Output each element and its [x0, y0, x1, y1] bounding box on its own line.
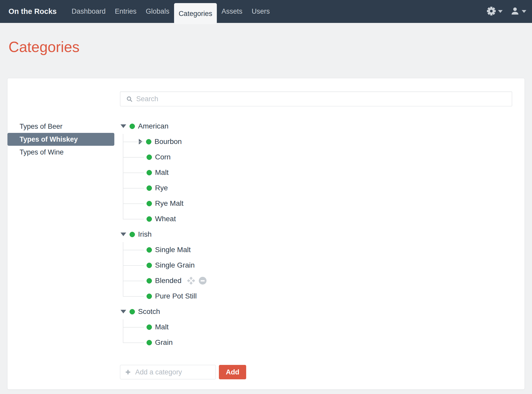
category-row-wheat[interactable]: Wheat [123, 211, 512, 227]
status-enabled-icon [147, 294, 152, 299]
tree-children: MaltGrain [123, 319, 512, 350]
search-box [120, 91, 512, 106]
collapse-triangle-icon[interactable] [121, 310, 126, 313]
category-row-scotch[interactable]: Scotch [120, 304, 512, 319]
add-category-row: Add [120, 365, 512, 379]
move-icon[interactable] [187, 276, 195, 285]
tree-group-irish: IrishSingle MaltSingle GrainBlendedPure … [120, 227, 512, 304]
settings-menu[interactable] [487, 6, 503, 17]
sidebar-item-types-of-beer[interactable]: Types of Beer [7, 120, 114, 133]
group-sidebar: Types of BeerTypes of WhiskeyTypes of Wi… [7, 78, 120, 389]
status-enabled-icon [147, 340, 152, 345]
nav-item-users[interactable]: Users [247, 0, 274, 23]
collapse-triangle-icon[interactable] [121, 124, 126, 128]
nav-item-entries[interactable]: Entries [110, 0, 141, 23]
nav-item-globals[interactable]: Globals [141, 0, 174, 23]
page-title: Categories [0, 23, 532, 55]
nav-item-dashboard[interactable]: Dashboard [67, 0, 110, 23]
status-enabled-icon [146, 139, 151, 144]
collapse-triangle-icon[interactable] [121, 233, 126, 236]
account-menu[interactable] [510, 6, 526, 17]
chevron-down-icon [522, 10, 526, 13]
status-enabled-icon [147, 185, 152, 191]
add-category-field [120, 365, 216, 379]
add-button[interactable]: Add [219, 365, 246, 379]
tree-children: Single MaltSingle GrainBlendedPure Pot S… [123, 242, 512, 304]
row-hover-actions [187, 276, 207, 285]
category-row-single-grain[interactable]: Single Grain [123, 258, 512, 273]
category-row-pure-pot-still[interactable]: Pure Pot Still [123, 288, 512, 304]
category-row-corn[interactable]: Corn [123, 149, 512, 165]
top-nav: On the Rocks DashboardEntriesGlobalsCate… [0, 0, 532, 23]
status-enabled-icon [147, 278, 152, 284]
status-enabled-icon [147, 216, 152, 222]
search-icon [126, 96, 133, 102]
category-label[interactable]: American [138, 122, 168, 130]
nav-right [487, 6, 526, 17]
nav-item-assets[interactable]: Assets [217, 0, 247, 23]
sidebar-item-types-of-wine[interactable]: Types of Wine [7, 146, 114, 159]
category-row-american[interactable]: American [120, 118, 512, 134]
status-enabled-icon [130, 124, 135, 129]
category-row-rye[interactable]: Rye [123, 180, 512, 196]
status-enabled-icon [147, 324, 152, 330]
category-label[interactable]: Single Grain [155, 261, 195, 269]
search-input[interactable] [120, 91, 512, 106]
category-row-blended[interactable]: Blended [123, 273, 512, 288]
category-row-grain[interactable]: Grain [123, 335, 512, 350]
category-label[interactable]: Bourbon [155, 138, 182, 146]
category-row-malt[interactable]: Malt [123, 165, 512, 180]
status-enabled-icon [147, 170, 152, 175]
category-label[interactable]: Rye Malt [155, 199, 183, 208]
category-label[interactable]: Irish [138, 230, 152, 238]
status-enabled-icon [147, 155, 152, 160]
nav-item-categories-active-tab[interactable]: Categories [174, 3, 217, 24]
sidebar-item-types-of-whiskey[interactable]: Types of Whiskey [7, 133, 114, 146]
category-label[interactable]: Malt [155, 168, 169, 177]
expand-triangle-icon[interactable] [139, 139, 142, 144]
category-label[interactable]: Pure Pot Still [155, 292, 197, 300]
plus-icon [125, 369, 131, 375]
gear-icon [487, 6, 496, 17]
category-label[interactable]: Wheat [155, 215, 176, 223]
chevron-down-icon [498, 10, 503, 13]
add-category-input[interactable] [120, 365, 216, 379]
tree-group-scotch: ScotchMaltGrain [120, 304, 512, 350]
category-label[interactable]: Scotch [138, 307, 160, 316]
category-row-bourbon[interactable]: Bourbon [123, 134, 512, 149]
category-row-irish[interactable]: Irish [120, 227, 512, 242]
category-row-rye-malt[interactable]: Rye Malt [123, 196, 512, 211]
category-row-malt[interactable]: Malt [123, 319, 512, 335]
category-label[interactable]: Corn [155, 153, 171, 161]
category-row-single-malt[interactable]: Single Malt [123, 242, 512, 258]
user-icon [510, 6, 520, 17]
categories-panel: Types of BeerTypes of WhiskeyTypes of Wi… [7, 78, 525, 390]
status-enabled-icon [130, 309, 135, 314]
category-label[interactable]: Blended [155, 277, 182, 285]
status-enabled-icon [130, 232, 135, 237]
status-enabled-icon [147, 263, 152, 268]
status-enabled-icon [147, 247, 152, 253]
category-label[interactable]: Single Malt [155, 246, 191, 254]
category-tree: AmericanBourbonCornMaltRyeRye MaltWheatI… [120, 118, 512, 350]
category-label[interactable]: Malt [155, 323, 169, 331]
nav-items: DashboardEntriesGlobalsCategoriesAssetsU… [67, 0, 274, 23]
panel-content: AmericanBourbonCornMaltRyeRye MaltWheatI… [120, 78, 525, 389]
remove-icon[interactable] [199, 277, 207, 285]
category-label[interactable]: Grain [155, 338, 173, 347]
status-enabled-icon [147, 201, 152, 206]
tree-group-american: AmericanBourbonCornMaltRyeRye MaltWheat [120, 118, 512, 227]
brand[interactable]: On the Rocks [8, 7, 57, 16]
tree-children: BourbonCornMaltRyeRye MaltWheat [123, 134, 512, 227]
category-label[interactable]: Rye [155, 184, 168, 192]
